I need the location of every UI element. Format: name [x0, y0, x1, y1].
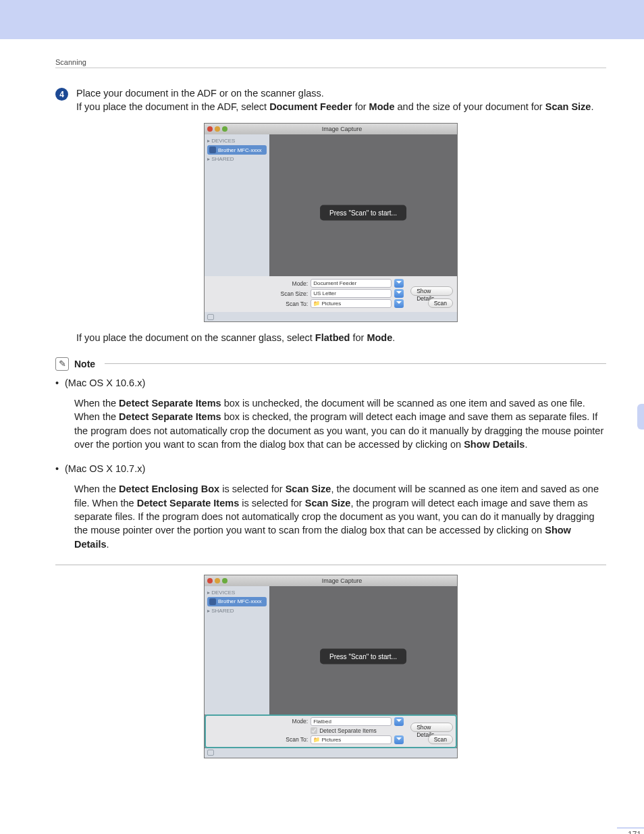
note-rule [105, 363, 606, 364]
step-line2: If you place the document in the ADF, se… [76, 101, 593, 112]
chapter-side-tab: 9 [637, 404, 644, 429]
t: When the [74, 484, 119, 494]
printer-icon [209, 598, 216, 605]
buttons-column: Show Details Scan [410, 723, 453, 744]
t: Show Details [464, 439, 525, 450]
press-scan-overlay: Press "Scan" to start... [320, 205, 406, 220]
screenshot-body: ▸ DEVICES Brother MFC-xxxx ▸ SHARED Pres… [205, 586, 457, 714]
preview-area: Press "Scan" to start... [269, 134, 457, 276]
note-item-body: (Mac OS X 10.6.x) When the Detect Separa… [65, 376, 606, 461]
scan-to-label: Scan To: [274, 301, 308, 307]
t: DEVICES [211, 590, 235, 596]
sidebar-device-item: Brother MFC-xxxx [207, 597, 267, 606]
controls-bar-highlighted: Mode: Flatbed Detect Separate Items Scan… [205, 714, 457, 748]
footer-icon [207, 314, 214, 320]
scan-to-select: 📁 Pictures [311, 299, 392, 308]
t: Scan Size [305, 498, 351, 509]
dropdown-arrow-icon [394, 289, 404, 298]
footer-icon [207, 750, 214, 756]
t: If you place the document on the scanner… [76, 332, 315, 343]
show-details-button: Show Details [410, 723, 453, 732]
press-scan-overlay: Press "Scan" to start... [320, 649, 406, 664]
t: Mode [367, 332, 392, 343]
device-name: Brother MFC-xxxx [218, 147, 261, 153]
t: Detect Separate Items [137, 498, 240, 509]
sidebar-device-item: Brother MFC-xxxx [207, 145, 267, 155]
t: SHARED [211, 156, 234, 162]
window-title: Image Capture [230, 126, 454, 132]
note-item-body: (Mac OS X 10.7.x) When the Detect Enclos… [65, 462, 606, 561]
scan-size-label: Scan Size: [274, 290, 308, 297]
mode-label: Mode: [274, 718, 308, 725]
traffic-light-min-icon [215, 126, 220, 132]
dropdown-arrow-icon [394, 299, 404, 308]
sidebar: ▸ DEVICES Brother MFC-xxxx ▸ SHARED [205, 586, 269, 714]
page-number: 171 [603, 830, 644, 834]
scan-size-select: US Letter [311, 289, 392, 298]
t: for [352, 101, 369, 112]
scan-button: Scan [428, 735, 453, 744]
note1-os: (Mac OS X 10.6.x) [65, 377, 145, 388]
scan-button: Scan [428, 298, 453, 308]
preview-area: Press "Scan" to start... [269, 586, 457, 714]
t: . [525, 439, 527, 450]
sidebar-devices-label: ▸ DEVICES [207, 138, 267, 144]
section-rule [55, 68, 606, 68]
note2-os: (Mac OS X 10.7.x) [65, 463, 145, 474]
sidebar: ▸ DEVICES Brother MFC-xxxx ▸ SHARED [205, 134, 269, 276]
mode-select: Flatbed [311, 717, 392, 726]
t: is selected for [219, 484, 286, 494]
page-number-rule [617, 827, 644, 829]
note2-paragraph: When the Detect Enclosing Box is selecte… [74, 482, 606, 550]
step-body: Place your document in the ADF or on the… [76, 87, 606, 113]
t: Flatbed [315, 332, 350, 343]
bullet-icon: • [55, 376, 61, 461]
t: If you place the document in the ADF, se… [76, 101, 269, 112]
window-title: Image Capture [230, 577, 454, 584]
footer-bar [205, 312, 457, 321]
dropdown-arrow-icon [394, 279, 404, 288]
step-line1: Place your document in the ADF or on the… [76, 88, 324, 99]
scan-to-label: Scan To: [274, 736, 308, 743]
note-block: ✎ Note • (Mac OS X 10.6.x) When the Dete… [55, 357, 606, 565]
note-label: Note [74, 359, 95, 369]
dropdown-arrow-icon [394, 717, 404, 726]
controls-bar: Mode: Document Feeder Scan Size: US Lett… [205, 276, 457, 312]
note-end-rule [55, 565, 606, 565]
after-screenshot-text: If you place the document on the scanner… [55, 332, 606, 345]
t: Detect Separate Items [119, 411, 221, 422]
controls-form: Mode: Flatbed Detect Separate Items Scan… [274, 717, 405, 744]
sidebar-shared-label: ▸ SHARED [207, 156, 267, 162]
note-items: • (Mac OS X 10.6.x) When the Detect Sepa… [55, 371, 606, 561]
controls-form: Mode: Document Feeder Scan Size: US Lett… [274, 279, 405, 308]
traffic-light-zoom-icon [222, 578, 227, 583]
note-pencil-icon: ✎ [55, 357, 69, 371]
mode-label: Mode: [274, 280, 308, 287]
footer-bar [205, 748, 457, 758]
t: is selected for [239, 498, 305, 509]
checkbox-icon [311, 727, 317, 734]
t: Scan Size [545, 101, 591, 112]
note-item-2: • (Mac OS X 10.7.x) When the Detect Encl… [55, 462, 606, 561]
window-titlebar: Image Capture [205, 124, 457, 134]
scan-to-select: 📁 Pictures [311, 735, 392, 744]
t: Detect Separate Items [119, 398, 221, 409]
traffic-light-zoom-icon [222, 126, 227, 132]
screenshot-image-capture-adf: Image Capture ▸ DEVICES Brother MFC-xxxx… [204, 123, 458, 322]
page-content: Scanning 4 Place your document in the AD… [0, 39, 644, 834]
t: Document Feeder [269, 101, 352, 112]
t: and the size of your document for [394, 101, 545, 112]
t: Mode [369, 101, 395, 112]
section-header: Scanning [55, 58, 606, 66]
t: . [591, 101, 593, 112]
t: Detect Enclosing Box [119, 484, 219, 494]
buttons-column: Show Details Scan [410, 286, 453, 308]
traffic-light-close-icon [207, 578, 213, 583]
sidebar-shared-label: ▸ SHARED [207, 608, 267, 614]
note-item-1: • (Mac OS X 10.6.x) When the Detect Sepa… [55, 376, 606, 461]
t: . [392, 332, 395, 343]
t: Scan Size [286, 484, 331, 494]
screenshot-image-capture-flatbed: Image Capture ▸ DEVICES Brother MFC-xxxx… [204, 575, 458, 758]
mode-select: Document Feeder [311, 279, 392, 288]
screenshot-2-wrap: Image Capture ▸ DEVICES Brother MFC-xxxx… [55, 575, 606, 758]
